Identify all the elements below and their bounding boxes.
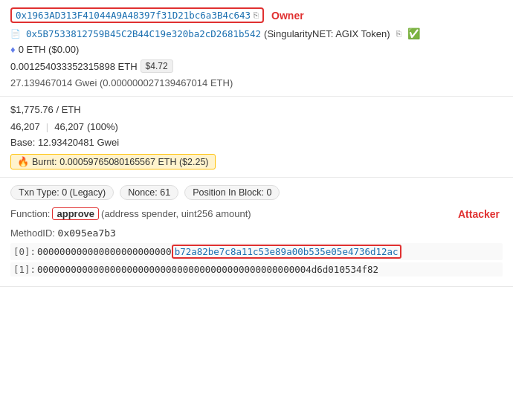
data-row-1: [1]: 00000000000000000000000000000000000…	[10, 262, 503, 277]
doc-icon: 📄	[10, 29, 21, 39]
price-value: $1,775.76 / ETH	[10, 104, 81, 115]
data-highlighted-0: b72a82be7c8a11c53e89a00b535e05e4736d12ac	[172, 245, 401, 259]
data-index-0: [0]:	[13, 246, 37, 257]
balance-amount: 0.001254033352315898 ETH	[10, 61, 138, 72]
burnt-badge: 🔥 Burnt: 0.0005976508016556​7 ETH ($2.25…	[10, 154, 216, 169]
data-row-0: [0]: 000000000000000000000000b72a82be7c8…	[10, 243, 503, 260]
eth-amount: 0 ETH ($0.00)	[19, 44, 80, 55]
txn-tags: Txn Type: 0 (Legacy) Nonce: 61 Position …	[10, 185, 503, 200]
position-tag[interactable]: Position In Block: 0	[184, 185, 280, 200]
balance-row: 0.001254033352315898 ETH $4.72	[10, 59, 503, 73]
owner-label: Owner	[271, 10, 304, 22]
copy-token-icon[interactable]: ⎘	[396, 29, 401, 38]
owner-address-box[interactable]: 0x1963AD313F41044A9A48397f31D21bc6a3B4c6…	[10, 7, 264, 23]
gas-limit: 46,207	[54, 121, 84, 132]
data-content-1: 0000000000000000000000000000000000000000…	[37, 264, 378, 275]
gas-divider: |	[46, 121, 48, 132]
function-params: (address spender, uint256 amount)	[101, 208, 251, 219]
eth-icon: ♦	[10, 44, 16, 55]
gas-section: $1,775.76 / ETH 46,207 | 46,207 (100%) B…	[0, 97, 513, 178]
token-row: 📄 0x5B7533812759B45C2B44C19e320ba2cD2681…	[10, 28, 503, 39]
txn-section: Txn Type: 0 (Legacy) Nonce: 61 Position …	[0, 178, 513, 287]
balance-usd-badge: $4.72	[141, 59, 173, 73]
fire-icon: 🔥	[17, 156, 29, 167]
burnt-value: 0.0005976508016556​7 ETH ($2.25)	[59, 157, 208, 167]
owner-section: 0x1963AD313F41044A9A48397f31D21bc6a3B4c6…	[0, 0, 513, 97]
data-prefix-0: 000000000000000000000000	[37, 246, 172, 257]
gwei-value: 27.139467014 Gwei (0.000000027139467014 …	[10, 77, 233, 88]
function-row: Function: approve (address spender, uint…	[10, 207, 503, 220]
copy-owner-icon[interactable]: ⎘	[254, 10, 259, 20]
burnt-row: 🔥 Burnt: 0.0005976508016556​7 ETH ($2.25…	[10, 154, 503, 169]
txn-type-tag[interactable]: Txn Type: 0 (Legacy)	[10, 185, 114, 200]
token-name: (SingularityNET: AGIX Token)	[264, 28, 390, 39]
gas-used: 46,207	[10, 121, 40, 132]
base-label: Base:	[10, 137, 35, 148]
function-name: approve	[52, 207, 99, 220]
base-row: Base: 12.93420481 Gwei	[10, 137, 503, 148]
method-label: MethodID:	[10, 227, 55, 239]
verified-icon: ✅	[407, 28, 420, 39]
owner-address[interactable]: 0x1963AD313F41044A9A48397f31D21bc6a3B4c6…	[16, 10, 251, 21]
function-prefix: Function:	[10, 208, 50, 219]
price-row: $1,775.76 / ETH	[10, 104, 503, 115]
burnt-label: Burnt:	[32, 157, 57, 167]
method-value: 0x095ea7b3	[58, 227, 116, 239]
nonce-tag[interactable]: Nonce: 61	[120, 185, 178, 200]
gas-pct: (100%)	[87, 121, 118, 132]
method-id-row: MethodID: 0x095ea7b3	[10, 227, 503, 239]
base-value: 12.93420481 Gwei	[38, 137, 119, 148]
attacker-label: Attacker	[458, 208, 500, 220]
token-address[interactable]: 0x5B7533812759B45C2B44C19e320ba2cD2681b5…	[26, 28, 261, 39]
data-index-1: [1]:	[13, 264, 37, 275]
gas-row: 46,207 | 46,207 (100%)	[10, 121, 503, 132]
gwei-row: 27.139467014 Gwei (0.000000027139467014 …	[10, 77, 503, 88]
eth-row: ♦ 0 ETH ($0.00)	[10, 44, 503, 55]
